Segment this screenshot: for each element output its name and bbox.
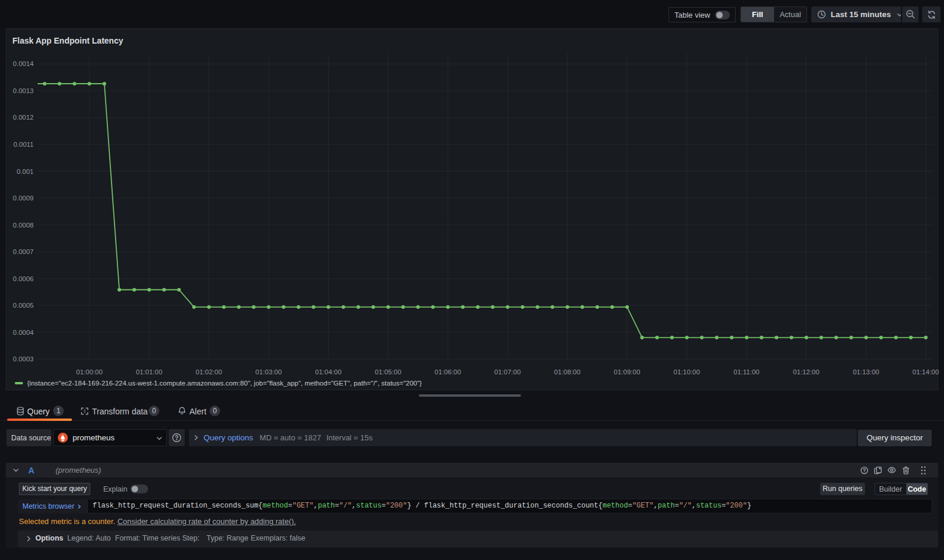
svg-text:01:03:00: 01:03:00 [255,368,282,375]
svg-text:01:10:00: 01:10:00 [674,368,700,375]
svg-text:0.0011: 0.0011 [14,141,34,148]
svg-text:01:07:00: 01:07:00 [494,368,521,375]
svg-text:01:14:00: 01:14:00 [913,368,939,375]
svg-text:0.0008: 0.0008 [13,222,34,229]
svg-text:01:13:00: 01:13:00 [853,368,879,375]
svg-text:01:09:00: 01:09:00 [614,368,640,375]
svg-text:01:08:00: 01:08:00 [554,368,581,375]
svg-text:01:01:00: 01:01:00 [136,368,162,375]
svg-text:01:00:00: 01:00:00 [76,368,103,375]
svg-text:0.0003: 0.0003 [13,355,34,363]
svg-text:01:11:00: 01:11:00 [733,368,759,375]
svg-text:0.0012: 0.0012 [13,114,34,121]
svg-text:0.0004: 0.0004 [13,329,34,336]
svg-text:01:04:00: 01:04:00 [315,368,342,375]
svg-text:0.0014: 0.0014 [13,60,34,67]
svg-text:01:02:00: 01:02:00 [196,368,222,375]
svg-text:0.0007: 0.0007 [13,248,34,255]
svg-text:0.0013: 0.0013 [13,87,34,94]
svg-text:0.001: 0.001 [17,168,34,175]
svg-text:0.0005: 0.0005 [13,302,34,309]
svg-text:01:12:00: 01:12:00 [793,368,820,375]
svg-text:0.0009: 0.0009 [13,195,34,202]
svg-text:0.0006: 0.0006 [13,275,34,282]
svg-text:01:05:00: 01:05:00 [375,368,401,375]
svg-text:01:06:00: 01:06:00 [435,368,461,375]
